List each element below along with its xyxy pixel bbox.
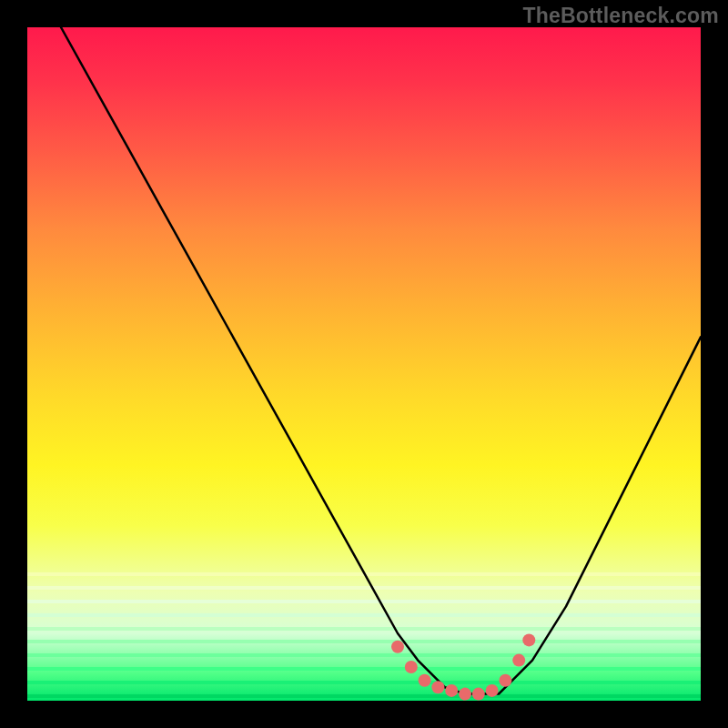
valley-marker: [522, 633, 535, 646]
valley-marker: [431, 681, 444, 693]
valley-marker: [459, 688, 471, 701]
valley-marker: [391, 641, 404, 653]
valley-marker: [445, 684, 458, 697]
valley-marker: [419, 674, 431, 687]
valley-marker: [472, 688, 485, 701]
valley-marker: [512, 654, 525, 667]
chart-frame: TheBottleneck.com: [0, 0, 728, 728]
plot-area: [27, 27, 701, 701]
curve-layer: [27, 27, 701, 701]
valley-marker: [499, 674, 511, 687]
bottleneck-curve: [61, 27, 701, 694]
valley-marker: [405, 661, 418, 673]
watermark-text: TheBottleneck.com: [522, 4, 719, 28]
valley-markers-group: [391, 633, 535, 700]
valley-marker: [486, 684, 499, 697]
